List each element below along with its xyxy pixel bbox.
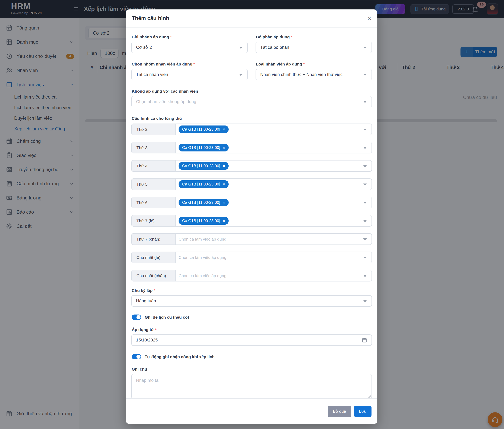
day-label: Chủ nhật (chẵn) [132, 270, 176, 281]
day-row-friday: Thứ 6 Ca G1B [11:00-23:00]× [131, 197, 372, 208]
caret-down-icon [363, 202, 367, 204]
note-label: Ghi chú [132, 367, 372, 372]
employee-group-label: Chọn nhóm nhân viên áp dụng* [132, 62, 248, 67]
overwrite-toggle-label: Ghi đè lịch cũ (nếu có) [145, 315, 189, 320]
exclude-employees-label: Không áp dụng với các nhân viên [132, 89, 372, 94]
shift-chip: Ca G1B [11:00-23:00]× [179, 217, 229, 225]
auto-record-toggle[interactable] [132, 354, 141, 359]
cycle-select[interactable]: Hàng tuần [131, 295, 372, 307]
shift-select-wednesday[interactable]: Ca G1B [11:00-23:00]× [176, 160, 371, 171]
caret-down-icon [363, 220, 367, 222]
skip-button[interactable]: Bỏ qua [328, 406, 351, 417]
caret-down-icon [363, 101, 367, 103]
modal-footer: Bỏ qua Lưu [126, 398, 378, 424]
shift-select-monday[interactable]: Ca G1B [11:00-23:00]× [176, 124, 371, 135]
modal-body: Chi nhánh áp dụng* Cơ sở 2 Bộ phận áp dụ… [126, 28, 378, 398]
day-row-tuesday: Thứ 3 Ca G1B [11:00-23:00]× [131, 142, 372, 153]
chip-remove-icon[interactable]: × [223, 219, 225, 223]
day-label: Thứ 3 [132, 142, 176, 153]
day-label: Thứ 5 [132, 179, 176, 190]
caret-down-icon [363, 184, 367, 186]
day-label: Chủ nhật (lẻ) [132, 252, 176, 263]
day-label: Thứ 6 [132, 197, 176, 208]
branch-select[interactable]: Cơ sở 2 [131, 42, 248, 53]
auto-record-toggle-row: Tự động ghi nhận công khi xếp lịch [132, 354, 372, 359]
exclude-employees-select[interactable]: Chọn nhân viên không áp dụng [131, 96, 372, 107]
caret-down-icon [363, 165, 367, 167]
chip-remove-icon[interactable]: × [223, 182, 225, 186]
chip-remove-icon[interactable]: × [223, 127, 225, 131]
caret-down-icon [363, 147, 367, 149]
day-row-saturday-even: Thứ 7 (chẵn) Chọn ca làm việc áp dụng [131, 233, 372, 245]
day-row-thursday: Thứ 5 Ca G1B [11:00-23:00]× [131, 178, 372, 190]
exclude-placeholder: Chọn nhân viên không áp dụng [136, 99, 196, 104]
employee-type-label: Loại nhân viên áp dụng* [256, 62, 372, 67]
caret-down-icon [363, 300, 367, 302]
add-config-modal: Thêm cấu hình × Chi nhánh áp dụng* Cơ sở… [126, 9, 378, 424]
apply-from-date-input[interactable]: 15/10/2025 [131, 334, 372, 346]
save-button[interactable]: Lưu [354, 406, 371, 417]
note-placeholder: Nhập mô tả [136, 378, 159, 383]
required-marker: * [193, 62, 195, 66]
cycle-label: Chu kỳ lặp* [132, 288, 372, 293]
employee-type-select[interactable]: Nhân viên chính thức + Nhân viên thử việ… [256, 69, 372, 80]
day-row-monday: Thứ 2 Ca G1B [11:00-23:00]× [131, 123, 372, 135]
close-icon[interactable]: × [367, 15, 371, 22]
department-label: Bộ phận áp dụng* [256, 35, 372, 39]
overwrite-toggle-row: Ghi đè lịch cũ (nếu có) [132, 315, 372, 320]
shift-select-sunday-even[interactable]: Chọn ca làm việc áp dụng [176, 270, 371, 281]
branch-label: Chi nhánh áp dụng* [132, 35, 248, 39]
employee-group-select[interactable]: Tất cả nhân viên [131, 69, 248, 80]
auto-record-toggle-label: Tự động ghi nhận công khi xếp lịch [145, 354, 215, 359]
day-label: Thứ 7 (chẵn) [132, 234, 176, 245]
shift-placeholder: Chọn ca làm việc áp dụng [179, 273, 226, 278]
required-marker: * [170, 35, 172, 39]
day-label: Thứ 7 (lẻ) [132, 215, 176, 226]
modal-title: Thêm cấu hình [132, 15, 169, 21]
caret-down-icon [239, 47, 243, 49]
shift-placeholder: Chọn ca làm việc áp dụng [179, 237, 226, 242]
shift-select-saturday-odd[interactable]: Ca G1B [11:00-23:00]× [176, 215, 371, 226]
caret-down-icon [239, 74, 243, 76]
day-row-sunday-even: Chủ nhật (chẵn) Chọn ca làm việc áp dụng [131, 270, 372, 281]
shift-chip: Ca G1B [11:00-23:00]× [179, 199, 229, 206]
shift-select-sunday-odd[interactable]: Chọn ca làm việc áp dụng [176, 252, 371, 263]
shift-select-saturday-even[interactable]: Chọn ca làm việc áp dụng [176, 234, 371, 245]
shift-chip: Ca G1B [11:00-23:00]× [179, 125, 229, 133]
day-row-sunday-odd: Chủ nhật (lẻ) Chọn ca làm việc áp dụng [131, 252, 372, 263]
day-row-wednesday: Thứ 4 Ca G1B [11:00-23:00]× [131, 160, 372, 172]
shift-chip: Ca G1B [11:00-23:00]× [179, 144, 229, 151]
day-label: Thứ 4 [132, 160, 176, 171]
shift-select-thursday[interactable]: Ca G1B [11:00-23:00]× [176, 179, 371, 190]
caret-down-icon [363, 129, 367, 131]
apply-from-label: Áp dụng từ* [132, 327, 372, 332]
caret-down-icon [363, 275, 367, 277]
modal-header: Thêm cấu hình × [126, 9, 378, 27]
required-marker: * [291, 35, 292, 39]
day-row-saturday-odd: Thứ 7 (lẻ) Ca G1B [11:00-23:00]× [131, 215, 372, 227]
caret-down-icon [363, 74, 367, 76]
shift-chip: Ca G1B [11:00-23:00]× [179, 180, 229, 188]
caret-down-icon [363, 257, 367, 259]
shift-chip: Ca G1B [11:00-23:00]× [179, 162, 229, 170]
required-marker: * [153, 288, 155, 293]
chip-remove-icon[interactable]: × [223, 146, 225, 149]
chip-remove-icon[interactable]: × [223, 201, 225, 204]
shift-select-friday[interactable]: Ca G1B [11:00-23:00]× [176, 197, 371, 208]
department-select[interactable]: Tất cả bộ phận [256, 42, 372, 53]
resize-handle[interactable] [368, 395, 371, 398]
required-marker: * [303, 62, 305, 66]
caret-down-icon [363, 47, 367, 49]
day-label: Thứ 2 [132, 124, 176, 135]
caret-down-icon [363, 238, 367, 241]
chip-remove-icon[interactable]: × [223, 164, 225, 168]
required-marker: * [155, 327, 156, 332]
calendar-icon [362, 337, 367, 343]
shift-select-tuesday[interactable]: Ca G1B [11:00-23:00]× [176, 142, 371, 153]
overwrite-toggle[interactable] [132, 315, 141, 320]
shift-config-section-title: Cấu hình ca cho từng thứ [132, 116, 372, 121]
note-textarea[interactable]: Nhập mô tả [131, 374, 372, 398]
shift-placeholder: Chọn ca làm việc áp dụng [179, 255, 226, 260]
